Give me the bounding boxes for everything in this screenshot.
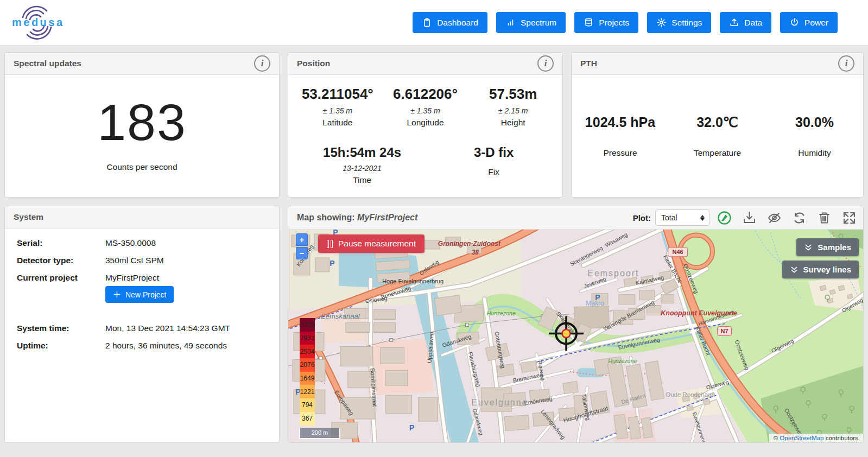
count-rate-legend: 335929312504207616491221794367: [300, 318, 315, 426]
select-arrows-icon: [700, 215, 705, 221]
info-icon[interactable]: i: [838, 55, 854, 72]
plot-label: Plot:: [633, 213, 651, 223]
position-card: Position i 53.211054° ± 1.35 m Latitude …: [288, 52, 563, 198]
map-title: Map showing: MyFirstProject: [297, 213, 633, 223]
map-label: Groningen-Zuidoost: [438, 240, 501, 247]
map-viewport[interactable]: BeneluxwegOslowegOslowegKotkawegStavange…: [288, 230, 863, 443]
new-project-button[interactable]: New Project: [105, 286, 174, 303]
bars-icon: [505, 17, 516, 28]
nav-button-spectrum[interactable]: Spectrum: [496, 12, 566, 33]
system-time-row: System time: Mon, 13 Dec 2021 14:54:23 G…: [17, 323, 267, 333]
map-attribution: © OpenStreetMap contributors.: [769, 434, 863, 443]
humidity-field: 30.0% Humidity: [766, 115, 863, 158]
zoom-in-button[interactable]: +: [296, 233, 308, 246]
map-label: P: [409, 423, 414, 432]
map-project-name: MyFirstProject: [357, 213, 417, 222]
spectral-card-title: Spectral updates: [14, 59, 81, 68]
map-label: Hunzezone: [487, 310, 516, 316]
legend-cell: 794: [300, 398, 315, 412]
nav-button-settings[interactable]: Settings: [647, 12, 711, 33]
chevrons-down-icon: [790, 265, 799, 274]
legend-cell: 2504: [300, 345, 315, 358]
height-field: 57.53m ± 2.15 m Height: [469, 86, 557, 128]
uptime-row: Uptime: 2 hours, 36 minutes, 49 seconds: [17, 341, 267, 351]
map-label: N46: [673, 249, 683, 255]
gps-fix-field: 3-D fix Fix: [430, 145, 557, 185]
samples-toggle-button[interactable]: Samples: [796, 238, 859, 256]
app-header: medusa DashboardSpectrumProjectsSettings…: [0, 0, 868, 46]
compass-icon[interactable]: [717, 211, 732, 225]
legend-cell: 3359: [300, 318, 315, 332]
map-label: P: [330, 259, 334, 268]
pause-measurement-button[interactable]: Pause measurement: [318, 234, 425, 253]
legend-cell: 1649: [300, 372, 315, 385]
survey-lines-toggle-button[interactable]: Survey lines: [782, 261, 859, 278]
map-zoom-control: + −: [296, 233, 308, 259]
pause-icon: [327, 240, 333, 248]
map-label: Hoge Euvelgunnerbrug: [382, 278, 443, 284]
map-label: 38: [472, 249, 479, 256]
detector-type-row: Detector type: 350ml CsI SPM: [17, 256, 267, 265]
info-icon[interactable]: i: [537, 55, 554, 72]
map-label: P: [595, 293, 600, 302]
upload-icon: [729, 17, 739, 28]
refresh-icon[interactable]: [792, 211, 807, 225]
database-icon: [584, 17, 594, 28]
pth-card: PTH i 1024.5 hPa Pressure 32.0℃ Temperat…: [571, 52, 864, 198]
system-card-title: System: [14, 212, 43, 222]
legend-cell: 2931: [300, 332, 315, 345]
spectral-updates-card: Spectral updates i 183 Counts per second: [4, 52, 280, 198]
temperature-field: 32.0℃ Temperature: [669, 115, 766, 158]
map-label: Hunzezone: [608, 358, 637, 364]
map-card: Map showing: MyFirstProject Plot: Total: [288, 206, 864, 443]
download-icon[interactable]: [742, 211, 757, 225]
latitude-field: 53.211054° ± 1.35 m Latitude: [294, 86, 382, 128]
plus-icon: [113, 290, 121, 299]
pressure-field: 1024.5 hPa Pressure: [572, 115, 669, 158]
main-nav: DashboardSpectrumProjectsSettingsDataPow…: [413, 12, 838, 33]
info-icon[interactable]: i: [254, 55, 270, 72]
map-scale-bar: 200 m: [299, 428, 340, 439]
zoom-out-button[interactable]: −: [296, 247, 308, 259]
svg-text:medusa: medusa: [12, 16, 65, 28]
expand-icon[interactable]: [842, 211, 857, 225]
map-label: Eemskanaal: [321, 312, 360, 320]
chevrons-down-icon: [804, 243, 813, 252]
nav-button-dashboard[interactable]: Dashboard: [413, 12, 487, 33]
map-label: N7: [720, 328, 728, 334]
longitude-field: 6.612206° ± 1.35 m Longitude: [382, 86, 470, 128]
medusa-logo: medusa: [8, 3, 66, 42]
clipboard-icon: [422, 17, 432, 28]
counts-value: 183: [97, 97, 187, 148]
trash-icon[interactable]: [817, 211, 832, 225]
plot-select[interactable]: Total: [655, 210, 709, 226]
counts-unit-label: Counts per second: [106, 162, 177, 172]
current-project-row: Current project MyFirstProject: [17, 273, 267, 283]
map-canvas[interactable]: BeneluxwegOslowegOslowegKotkawegStavange…: [288, 230, 863, 443]
system-card: System Serial: MS-350.0008 Detector type…: [4, 206, 280, 443]
gps-time-field: 15h:54m 24s 13-12-2021 Time: [294, 145, 430, 185]
map-toolbar: [717, 211, 857, 225]
nav-button-projects[interactable]: Projects: [574, 12, 638, 33]
gear-icon: [656, 17, 667, 28]
map-label: Knooppunt Euvelgunne: [661, 309, 737, 317]
position-card-title: Position: [297, 59, 330, 68]
eye-off-icon[interactable]: [767, 211, 782, 225]
legend-cell: 367: [300, 412, 315, 426]
map-label: Eemspoort: [587, 269, 639, 278]
legend-cell: 2076: [300, 358, 315, 372]
pth-card-title: PTH: [580, 59, 597, 68]
medusa-logo-icon: medusa: [8, 3, 66, 42]
nav-button-power[interactable]: Power: [780, 12, 838, 33]
openstreetmap-link[interactable]: OpenStreetMap: [780, 435, 823, 441]
serial-row: Serial: MS-350.0008: [17, 238, 267, 248]
map-label: Euvelgunne: [471, 398, 528, 407]
power-icon: [789, 17, 800, 28]
nav-button-data[interactable]: Data: [720, 12, 771, 33]
legend-cell: 1221: [300, 385, 315, 398]
map-label: Oude Roodehaan: [666, 391, 715, 398]
